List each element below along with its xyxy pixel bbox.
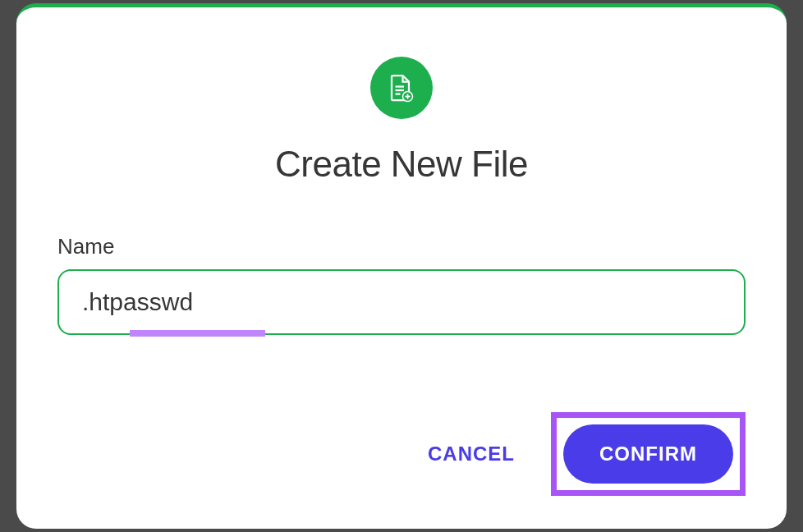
cancel-button[interactable]: CANCEL [408,428,535,480]
modal-title: Create New File [57,144,746,185]
name-input[interactable] [57,269,746,335]
name-input-wrapper [57,269,746,335]
input-highlight [130,330,265,337]
confirm-button[interactable]: CONFIRM [563,424,733,484]
create-file-modal: Create New File Name CANCEL CONFIRM [16,3,787,529]
confirm-highlight-box: CONFIRM [551,412,746,496]
file-add-icon [370,57,433,119]
button-row: CANCEL CONFIRM [57,363,746,496]
name-label: Name [57,234,746,259]
